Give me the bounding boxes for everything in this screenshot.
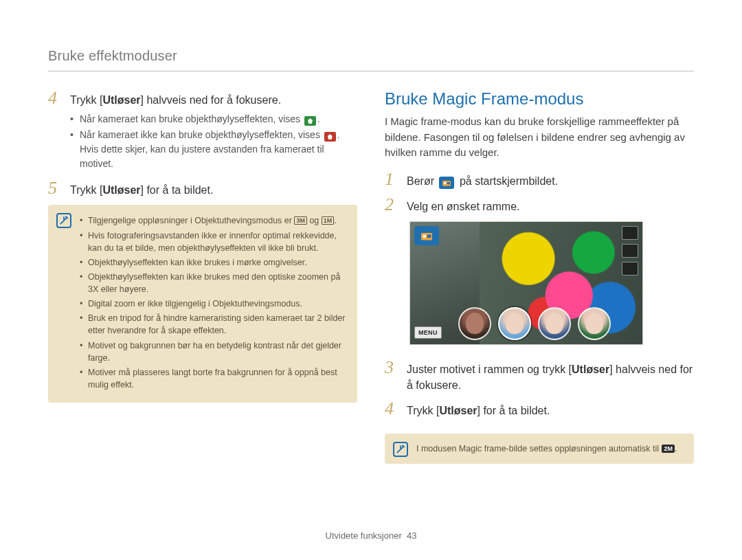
frame-thumbnail-selected[interactable] <box>498 307 531 340</box>
page-number: 43 <box>407 530 416 541</box>
step-4-right: 4 Trykk [Utløser] for å ta bildet. <box>385 400 694 418</box>
overlay-icon <box>622 262 638 276</box>
magic-frame-mode-icon <box>439 177 454 189</box>
note-icon <box>56 213 71 228</box>
note-list: Tilgjengelige oppløsninger i Objektuthev… <box>80 214 346 391</box>
step-number: 5 <box>48 179 62 198</box>
svg-rect-5 <box>427 234 431 238</box>
step-text-post: ] halvveis ned for å fokusere. <box>141 94 282 106</box>
overlay-icon <box>622 226 638 240</box>
step-body: Velg en ønsket ramme. <box>407 196 520 214</box>
step-number: 1 <box>385 170 398 189</box>
sub-bullet: Når kameraet ikke kan bruke objekthøylys… <box>70 128 357 171</box>
step-body: Trykk [Utløser] for å ta bildet. <box>407 400 550 418</box>
step-text: Juster motivet i rammen og trykk [ <box>407 363 572 375</box>
breadcrumb: Bruke effektmoduser <box>48 48 694 71</box>
step-3: 3 Juster motivet i rammen og trykk [Utlø… <box>385 359 694 393</box>
frame-thumbnails <box>458 307 611 340</box>
frame-thumbnail[interactable] <box>538 307 571 340</box>
step-body: Trykk [Utløser] halvveis ned for å fokus… <box>70 89 357 172</box>
note-item: Motiver må plasseres langt borte fra bak… <box>80 366 346 391</box>
step-text-pre: Trykk [ <box>70 94 102 106</box>
step-text: Berør <box>407 175 434 187</box>
note-box: Tilgjengelige oppløsninger i Objektuthev… <box>48 205 357 403</box>
resolution-glyph: 1M <box>322 216 335 225</box>
camera-preview: MENU <box>409 221 643 345</box>
step-text-post: ] for å ta bildet. <box>141 184 214 196</box>
step-number: 2 <box>385 196 398 214</box>
note-text: I modusen Magic frame-bilde settes opplø… <box>416 444 659 453</box>
resolution-glyph: 2M <box>662 445 675 453</box>
step-1: 1 Berør på startskjermbildet. <box>385 170 694 189</box>
footer-label: Utvidete funksjoner <box>326 530 402 541</box>
mode-indicator-icon <box>414 226 439 245</box>
step-text-bold: Utløser <box>439 405 477 416</box>
step-text-bold: Utløser <box>102 184 140 196</box>
step-text-pre: Trykk [ <box>70 184 102 196</box>
focus-ok-icon <box>304 116 316 126</box>
resolution-glyph: 3M <box>294 216 307 225</box>
bullet-text: Når kameraet kan bruke objekthøylyseffek… <box>80 113 300 124</box>
intro-paragraph: I Magic frame-modus kan du bruke forskje… <box>385 114 694 161</box>
step-body: Trykk [Utløser] for å ta bildet. <box>70 179 213 198</box>
note-item: Hvis fotograferingsavstanden ikke er inn… <box>80 229 346 254</box>
step-body: Berør på startskjermbildet. <box>407 170 558 189</box>
step-4: 4 Trykk [Utløser] halvveis ned for å fok… <box>48 89 357 172</box>
step-text-bold: Utløser <box>102 94 140 106</box>
two-column-layout: 4 Trykk [Utløser] halvveis ned for å fok… <box>48 89 694 464</box>
frame-thumbnail[interactable] <box>578 307 611 340</box>
note-item: Objekthøylyseffekten kan ikke brukes med… <box>80 271 346 295</box>
note-item: Tilgjengelige oppløsninger i Objektuthev… <box>80 214 346 227</box>
step-body: Juster motivet i rammen og trykk [Utløse… <box>407 359 694 393</box>
step-sub-bullets: Når kameraet kan bruke objekthøylyseffek… <box>70 112 357 171</box>
left-column: 4 Trykk [Utløser] halvveis ned for å fok… <box>48 89 357 464</box>
note-icon <box>393 442 408 457</box>
right-column: Bruke Magic Frame-modus I Magic frame-mo… <box>385 89 694 464</box>
step-number: 3 <box>385 359 398 393</box>
focus-fail-icon <box>324 132 336 142</box>
svg-point-1 <box>444 181 447 184</box>
menu-button[interactable]: MENU <box>414 326 442 339</box>
step-number: 4 <box>48 89 62 172</box>
step-text-bold: Utløser <box>572 363 609 375</box>
bullet-text-cont: Hvis dette skjer, kan du justere avstand… <box>80 144 324 169</box>
svg-point-4 <box>423 234 426 238</box>
note-item: Digital zoom er ikke tilgjengelig i Obje… <box>80 298 346 310</box>
overlay-icon <box>622 244 638 258</box>
note-text: og <box>309 216 319 225</box>
page-footer: Utvidete funksjoner 43 <box>0 530 742 541</box>
note-item: Objekthøylyseffekten kan ikke brukes i m… <box>80 256 346 269</box>
step-text: Trykk [ <box>407 405 439 416</box>
note-text: Tilgjengelige oppløsninger i Objektuthev… <box>88 216 292 225</box>
note-item: Bruk en tripod for å hindre kameraristin… <box>80 312 346 337</box>
section-title: Bruke Magic Frame-modus <box>385 89 694 109</box>
svg-rect-2 <box>447 181 450 184</box>
sub-bullet: Når kameraet kan bruke objekthøylyseffek… <box>70 112 357 126</box>
step-5: 5 Trykk [Utløser] for å ta bildet. <box>48 179 357 198</box>
bullet-text: Når kameraet ikke kan bruke objekthøylys… <box>80 129 320 140</box>
step-2: 2 Velg en ønsket ramme. <box>385 196 694 214</box>
note-item: Motivet og bakgrunnen bør ha en betydeli… <box>80 339 346 364</box>
step-text: ] for å ta bildet. <box>477 405 550 416</box>
step-text: på startskjermbildet. <box>460 175 558 187</box>
frame-thumbnail[interactable] <box>458 307 491 340</box>
step-number: 4 <box>385 400 398 418</box>
manual-page: Bruke effektmoduser 4 Trykk [Utløser] ha… <box>0 0 742 560</box>
note-box: I modusen Magic frame-bilde settes opplø… <box>385 434 694 463</box>
right-overlay-stack <box>622 226 638 276</box>
